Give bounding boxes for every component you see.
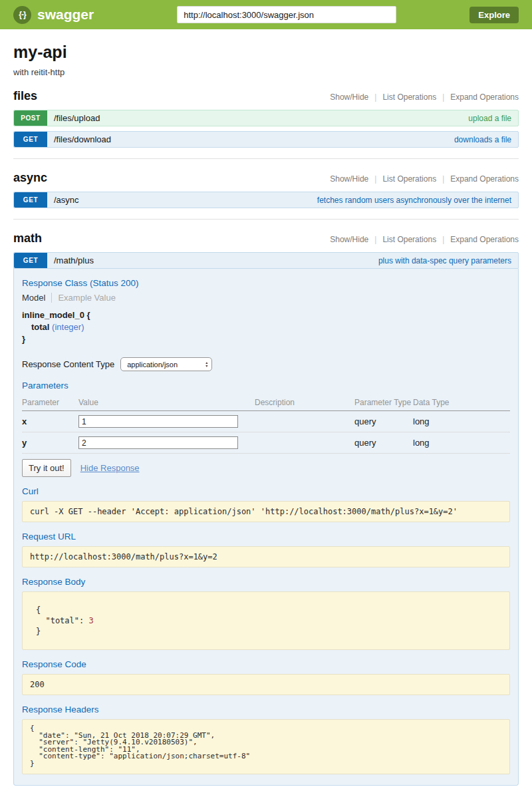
param-data-type: long — [413, 432, 510, 454]
response-body-heading: Response Body — [22, 577, 510, 587]
content: my-api with reitit-http files Show/Hide … — [0, 43, 532, 789]
logo-text: swagger — [37, 7, 94, 23]
param-type: query — [354, 432, 413, 454]
method-badge: GET — [14, 253, 47, 268]
separator: | — [374, 92, 376, 102]
param-type: query — [354, 411, 413, 432]
curl-command: curl -X GET --header 'Accept: applicatio… — [22, 501, 510, 522]
endpoint-summary[interactable]: fetches random users asynchronously over… — [317, 196, 511, 205]
param-row-y: y query long — [22, 432, 510, 454]
api-subtitle: with reitit-http — [13, 67, 519, 77]
col-data-type: Data Type — [413, 395, 510, 411]
section-title-math[interactable]: math — [13, 232, 42, 245]
tab-model[interactable]: Model — [22, 293, 51, 303]
model-tabs: ModelExample Value — [22, 293, 510, 303]
section-async: async Show/Hide | List Operations | Expa… — [13, 171, 519, 220]
show-hide-link[interactable]: Show/Hide — [330, 174, 368, 184]
model-open-line: inline_model_0 { — [22, 309, 510, 321]
expand-operations-link[interactable]: Expand Operations — [450, 174, 519, 184]
model-prop-type: (integer) — [52, 322, 84, 332]
select-updown-icon: ▴▾ — [205, 361, 207, 368]
explore-button[interactable]: Explore — [469, 7, 519, 23]
endpoint-summary[interactable]: plus with data-spec query parameters — [378, 256, 511, 265]
section-math: math Show/Hide | List Operations | Expan… — [13, 232, 519, 789]
section-controls: Show/Hide | List Operations | Expand Ope… — [330, 174, 519, 184]
param-name: x — [22, 411, 78, 432]
response-content-type-label: Response Content Type — [22, 359, 114, 369]
endpoint-path[interactable]: /files/upload — [54, 113, 100, 123]
expand-operations-link[interactable]: Expand Operations — [450, 235, 519, 244]
request-url-heading: Request URL — [22, 532, 510, 542]
endpoint-summary[interactable]: upload a file — [468, 114, 511, 123]
expand-operations-link[interactable]: Expand Operations — [450, 92, 519, 102]
section-controls: Show/Hide | List Operations | Expand Ope… — [330, 92, 519, 102]
param-row-x: x query long — [22, 411, 510, 432]
separator: | — [442, 235, 444, 244]
list-operations-link[interactable]: List Operations — [382, 235, 436, 244]
method-badge: GET — [14, 192, 47, 208]
response-content-type-select[interactable]: application/json ▴▾ — [120, 357, 212, 371]
response-headers-content: { "date": "Sun, 21 Oct 2018 20:07:29 GMT… — [22, 719, 510, 774]
swagger-url-input[interactable] — [177, 6, 396, 23]
col-value: Value — [78, 395, 255, 411]
response-class-heading: Response Class (Status 200) — [22, 278, 510, 288]
swagger-logo-icon: {-} — [13, 6, 31, 24]
api-title: my-api — [13, 43, 519, 62]
section-title-files[interactable]: files — [13, 89, 37, 103]
separator: | — [374, 174, 376, 184]
endpoint-row-get-math-plus[interactable]: GET /math/plus plus with data-spec query… — [13, 252, 519, 269]
model-close-line: } — [22, 333, 510, 345]
curl-heading: Curl — [22, 486, 510, 496]
response-body-number: 3 — [88, 616, 93, 625]
param-description — [255, 411, 354, 432]
method-badge: POST — [14, 110, 47, 126]
param-description — [255, 432, 354, 454]
response-headers-heading: Response Headers — [22, 705, 510, 714]
request-url-value: http://localhost:3000/math/plus?x=1&y=2 — [22, 546, 510, 567]
swagger-logo[interactable]: {-} swagger — [13, 6, 94, 24]
operation-get-math-plus: GET /math/plus plus with data-spec query… — [13, 252, 519, 786]
show-hide-link[interactable]: Show/Hide — [330, 235, 368, 244]
endpoint-path[interactable]: /math/plus — [54, 255, 94, 265]
endpoint-summary[interactable]: downloads a file — [454, 135, 511, 144]
operation-panel: Response Class (Status 200) ModelExample… — [13, 269, 519, 786]
section-files: files Show/Hide | List Operations | Expa… — [13, 89, 519, 159]
endpoint-path[interactable]: /files/download — [54, 134, 111, 144]
param-name: y — [22, 432, 78, 454]
response-code-value: 200 — [22, 674, 510, 695]
topbar: {-} swagger Explore — [0, 0, 532, 29]
list-operations-link[interactable]: List Operations — [382, 92, 436, 102]
param-x-input[interactable] — [78, 415, 238, 428]
try-it-out-button[interactable]: Try it out! — [22, 459, 71, 477]
tab-example-value[interactable]: Example Value — [51, 293, 115, 303]
method-badge: GET — [14, 132, 47, 147]
separator: | — [442, 92, 444, 102]
hide-response-link[interactable]: Hide Response — [80, 463, 140, 473]
col-parameter: Parameter — [22, 395, 78, 411]
endpoint-row-get-async[interactable]: GET /async fetches random users asynchro… — [13, 192, 519, 208]
model-prop-name: total — [31, 322, 49, 332]
response-body-content: { "total": 3} — [22, 591, 510, 650]
parameters-heading: Parameters — [22, 381, 510, 391]
list-operations-link[interactable]: List Operations — [382, 174, 436, 184]
section-title-async[interactable]: async — [13, 171, 47, 185]
separator: | — [374, 235, 376, 244]
param-y-input[interactable] — [78, 436, 238, 449]
show-hide-link[interactable]: Show/Hide — [330, 92, 368, 102]
parameters-table: Parameter Value Description Parameter Ty… — [22, 395, 510, 454]
endpoint-row-post-files-upload[interactable]: POST /files/upload upload a file — [13, 110, 519, 126]
param-data-type: long — [413, 411, 510, 432]
col-description: Description — [255, 395, 354, 411]
col-parameter-type: Parameter Type — [354, 395, 413, 411]
selected-content-type: application/json — [127, 361, 178, 369]
separator: | — [442, 174, 444, 184]
endpoint-row-get-files-download[interactable]: GET /files/download downloads a file — [13, 131, 519, 148]
endpoint-path[interactable]: /async — [54, 195, 79, 205]
response-code-heading: Response Code — [22, 659, 510, 669]
section-controls: Show/Hide | List Operations | Expand Ope… — [330, 235, 519, 244]
model-signature: inline_model_0 { total (integer) } — [22, 309, 510, 345]
